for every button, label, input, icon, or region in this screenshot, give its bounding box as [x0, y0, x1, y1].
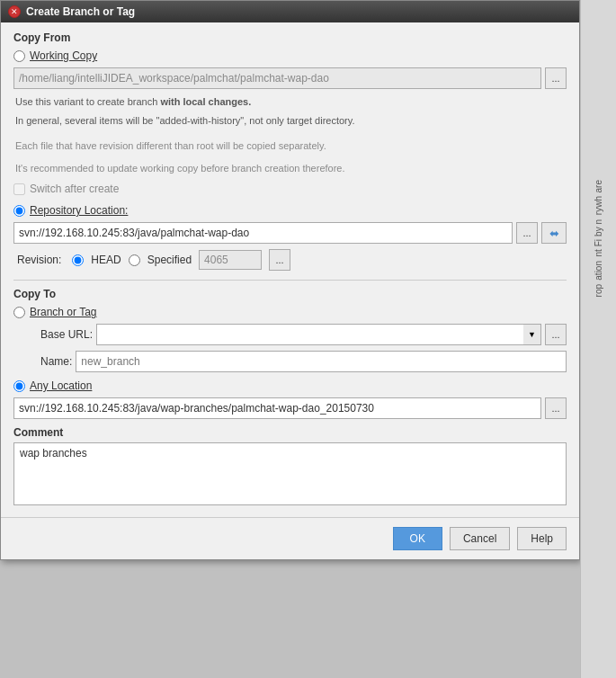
working-copy-radio[interactable]: [13, 50, 25, 62]
any-location-browse-button[interactable]: ...: [545, 397, 567, 419]
copy-to-label: Copy To: [13, 288, 567, 300]
dialog-title: Create Branch or Tag: [26, 5, 135, 18]
any-location-radio-row: Any Location: [13, 379, 567, 392]
switch-after-create-checkbox[interactable]: [13, 183, 25, 195]
dialog-body: Copy From Working Copy ... Use this vari…: [1, 22, 579, 517]
cancel-button[interactable]: Cancel: [450, 527, 510, 550]
right-panel-text-4: nt Fi: [593, 239, 605, 256]
divider-1: [13, 280, 567, 281]
hint-text-2: In general, several items will be "added…: [13, 113, 567, 129]
any-location-label[interactable]: Any Location: [30, 379, 92, 392]
revision-head-label[interactable]: HEAD: [91, 254, 121, 266]
any-location-url-input[interactable]: [13, 397, 541, 419]
working-copy-browse-button[interactable]: ...: [545, 67, 567, 89]
base-url-input[interactable]: [96, 324, 523, 345]
comment-label: Comment: [13, 426, 567, 439]
branch-icon-button[interactable]: ⬌: [541, 222, 567, 244]
switch-after-create-row: Switch after create: [13, 183, 567, 195]
any-location-radio[interactable]: [13, 380, 25, 392]
name-row: Name:: [13, 351, 567, 372]
revision-browse-button[interactable]: ...: [269, 249, 290, 271]
revision-row: Revision: HEAD Specified ...: [13, 249, 567, 271]
right-panel-text-5: ation: [593, 261, 605, 281]
working-copy-label[interactable]: Working Copy: [30, 49, 97, 62]
revision-specified-label[interactable]: Specified: [147, 254, 192, 266]
revision-head-radio[interactable]: [72, 254, 84, 266]
revision-specified-radio[interactable]: [129, 254, 140, 266]
right-panel: are rywh by n nt Fi ation rop: [580, 0, 616, 678]
comment-section: Comment wap branches: [13, 426, 567, 508]
working-copy-path-input: [13, 67, 541, 89]
base-url-browse-button[interactable]: ...: [545, 324, 567, 345]
right-panel-text-6: rop: [593, 284, 605, 297]
branch-or-tag-radio[interactable]: [13, 307, 25, 318]
working-copy-radio-row: Working Copy: [13, 49, 567, 62]
repository-location-label[interactable]: Repository Location:: [30, 204, 128, 217]
dialog-footer: OK Cancel Help: [1, 517, 579, 559]
help-button[interactable]: Help: [517, 527, 567, 550]
close-button[interactable]: ✕: [8, 5, 21, 18]
base-url-label: Base URL:: [40, 328, 93, 341]
dialog-window: ✕ Create Branch or Tag Copy From Working…: [0, 0, 580, 560]
repository-url-row: ... ⬌: [13, 222, 567, 244]
any-location-url-row: ...: [13, 397, 567, 419]
switch-after-create-label: Switch after create: [30, 183, 119, 195]
copy-from-label: Copy From: [13, 31, 567, 44]
working-copy-path-row: ...: [13, 67, 567, 89]
branch-or-tag-label[interactable]: Branch or Tag: [30, 306, 97, 318]
base-url-row: Base URL: ▼ ...: [13, 324, 567, 345]
name-input[interactable]: [76, 351, 567, 372]
hint-text-1: Use this variant to create branch with l…: [13, 94, 567, 110]
base-url-select-wrapper: ▼: [96, 324, 541, 345]
name-label: Name:: [40, 355, 72, 368]
right-panel-text-3: by n: [593, 219, 605, 236]
revision-value-input: [199, 250, 262, 270]
ok-button[interactable]: OK: [393, 527, 442, 550]
comment-textarea[interactable]: wap branches: [13, 442, 567, 505]
hint-text-4: It's recommended to update working copy …: [13, 161, 567, 176]
right-panel-text-1: are: [593, 180, 605, 192]
branch-or-tag-radio-row: Branch or Tag: [13, 306, 567, 318]
repository-location-radio-row: Repository Location:: [13, 204, 567, 217]
repository-url-browse-button[interactable]: ...: [516, 222, 538, 244]
revision-label: Revision:: [17, 254, 61, 266]
title-bar: ✕ Create Branch or Tag: [1, 1, 579, 22]
right-panel-text-2: rywh: [593, 196, 605, 215]
repository-url-input[interactable]: [13, 222, 513, 244]
hint-text-3: Each file that have revision different t…: [13, 138, 567, 154]
base-url-dropdown-button[interactable]: ▼: [523, 324, 541, 345]
repository-location-radio[interactable]: [13, 205, 25, 217]
